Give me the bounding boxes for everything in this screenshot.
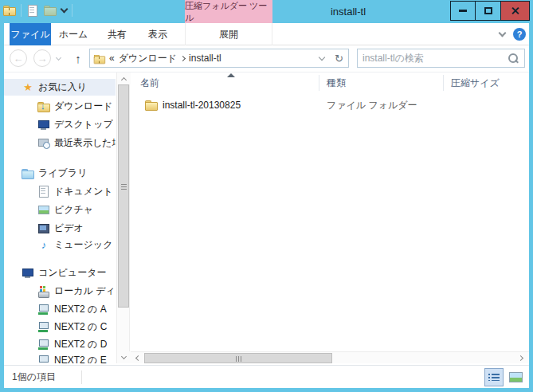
close-icon xyxy=(511,6,519,15)
scroll-right-button[interactable] xyxy=(515,352,527,364)
customize-toolbar-chevron-icon[interactable] xyxy=(61,6,69,14)
sidebar-item-recent-places[interactable]: 最近表示した場所 xyxy=(4,135,116,151)
downloads-folder-icon xyxy=(37,100,50,113)
sidebar-item-desktop[interactable]: デスクトップ xyxy=(4,116,116,133)
recent-locations-chevron-icon[interactable] xyxy=(56,55,61,61)
tab-file[interactable]: ファイル xyxy=(10,23,51,45)
tab-view[interactable]: 表示 xyxy=(138,23,178,45)
view-toggle-buttons xyxy=(484,368,525,386)
refresh-icon[interactable] xyxy=(335,53,343,65)
scroll-down-button[interactable] xyxy=(117,351,131,363)
up-button[interactable] xyxy=(71,49,85,67)
sidebar-item-videos[interactable]: ビデオ xyxy=(4,220,116,237)
search-input[interactable] xyxy=(358,53,508,64)
horizontal-scrollbar[interactable] xyxy=(131,351,529,363)
column-header-name[interactable]: 名前 xyxy=(140,73,315,93)
sidebar-item-label: ローカル ディスク (C xyxy=(54,284,116,298)
scrollbar-thumb[interactable] xyxy=(118,84,129,308)
details-view-button[interactable] xyxy=(484,368,504,386)
network-drive-icon xyxy=(37,355,50,364)
sidebar-group-favorites[interactable]: お気に入り xyxy=(4,79,116,96)
scroll-up-button[interactable] xyxy=(117,73,131,84)
column-header-type[interactable]: 種類 xyxy=(327,73,438,93)
back-button[interactable] xyxy=(10,49,27,67)
pictures-icon xyxy=(37,204,50,217)
sidebar-item-music[interactable]: ミュージック xyxy=(4,237,116,253)
maximize-icon xyxy=(484,7,492,14)
address-bar[interactable]: « ダウンロード install-tl xyxy=(89,49,349,68)
libraries-icon xyxy=(22,167,34,180)
window-title: install-tl xyxy=(272,0,424,23)
tab-share[interactable]: 共有 xyxy=(97,23,137,45)
sidebar-item-label: NEXT2 の E xyxy=(54,354,107,363)
sidebar-item-label: NEXT2 の D xyxy=(54,338,107,351)
navigation-pane: お気に入り ダウンロード デスクトップ 最近表示した場所 ライブラリ xyxy=(4,73,116,363)
breadcrumb-install-tl[interactable]: install-tl xyxy=(189,53,221,64)
minimize-ribbon-chevron-icon[interactable] xyxy=(499,29,507,37)
sidebar-group-computer[interactable]: コンピューター xyxy=(4,265,116,281)
zip-folder-window-icon[interactable] xyxy=(3,4,16,17)
column-separator[interactable] xyxy=(319,75,319,91)
tab-extract[interactable]: 展開 xyxy=(185,23,272,45)
sidebar-item-next2-e[interactable]: NEXT2 の E xyxy=(4,352,116,363)
help-icon[interactable] xyxy=(513,28,526,41)
sidebar-item-next2-a[interactable]: NEXT2 の A xyxy=(4,301,116,318)
new-folder-icon[interactable] xyxy=(44,4,57,17)
properties-icon[interactable] xyxy=(26,5,39,18)
column-separator[interactable] xyxy=(443,75,444,91)
sidebar-group-label: コンピューター xyxy=(38,266,106,280)
sidebar-group-libraries[interactable]: ライブラリ xyxy=(4,165,116,182)
chevron-right-icon xyxy=(517,355,523,361)
sidebar-scrollbar[interactable] xyxy=(116,73,130,363)
ribbon-tab-row: ファイル ホーム 共有 表示 展開 xyxy=(4,23,529,45)
sidebar-item-next2-c[interactable]: NEXT2 の C xyxy=(4,319,116,335)
breadcrumb-arrow-icon[interactable] xyxy=(180,55,186,61)
file-name: install-tl-20130825 xyxy=(163,100,241,111)
close-button[interactable] xyxy=(501,1,530,21)
sidebar-item-label: ビデオ xyxy=(54,221,84,235)
search-icon[interactable] xyxy=(508,53,519,65)
sidebar-item-local-disk[interactable]: ローカル ディスク (C xyxy=(4,283,116,300)
recent-places-icon xyxy=(37,137,50,150)
scroll-left-button[interactable] xyxy=(131,352,143,364)
zipper-icon xyxy=(9,8,10,15)
music-note-icon xyxy=(37,239,50,252)
file-row[interactable]: install-tl-20130825 ファイル フォルダー xyxy=(132,96,527,114)
chevron-down-icon xyxy=(121,353,127,359)
sidebar-item-next2-d[interactable]: NEXT2 の D xyxy=(4,336,116,353)
star-icon xyxy=(22,81,34,94)
quick-access-toolbar xyxy=(3,3,73,18)
zipper-icon xyxy=(99,57,100,63)
address-history-chevron-icon[interactable] xyxy=(319,54,325,61)
search-box[interactable] xyxy=(357,49,525,68)
navigation-row: « ダウンロード install-tl xyxy=(4,45,529,72)
sidebar-item-label: ピクチャ xyxy=(54,203,93,217)
toolbar-separator xyxy=(21,4,22,17)
folder-icon xyxy=(3,4,16,17)
column-header-compressed-size[interactable]: 圧縮サイズ xyxy=(451,73,523,93)
video-icon xyxy=(37,222,50,235)
scrollbar-thumb[interactable] xyxy=(144,353,332,363)
tab-home[interactable]: ホーム xyxy=(53,23,93,45)
column-headers: 名前 種類 圧縮サイズ xyxy=(131,73,529,93)
items-count: 1個の項目 xyxy=(12,366,56,389)
file-type: ファイル フォルダー xyxy=(327,99,417,112)
network-drive-icon xyxy=(37,321,50,334)
forward-button[interactable] xyxy=(33,49,51,67)
location-zip-icon xyxy=(94,53,105,64)
breadcrumb-overflow[interactable]: « xyxy=(109,53,115,64)
window-controls xyxy=(450,1,530,21)
thumbnail-view-button[interactable] xyxy=(506,368,525,386)
sidebar-item-label: 最近表示した場所 xyxy=(54,136,116,150)
desktop-monitor-icon xyxy=(37,119,50,131)
breadcrumb-downloads[interactable]: ダウンロード xyxy=(119,52,177,65)
sidebar-item-pictures[interactable]: ピクチャ xyxy=(4,202,116,218)
sidebar-item-downloads[interactable]: ダウンロード xyxy=(4,98,116,115)
contextual-tab-header[interactable]: 圧縮フォルダー ツール xyxy=(185,0,272,23)
sidebar-item-label: NEXT2 の A xyxy=(54,303,107,316)
ribbon-right-controls xyxy=(500,23,526,45)
maximize-button[interactable] xyxy=(476,1,501,21)
sidebar-item-documents[interactable]: ドキュメント xyxy=(4,183,116,200)
minimize-button[interactable] xyxy=(450,1,476,21)
hard-disk-icon xyxy=(37,285,50,298)
